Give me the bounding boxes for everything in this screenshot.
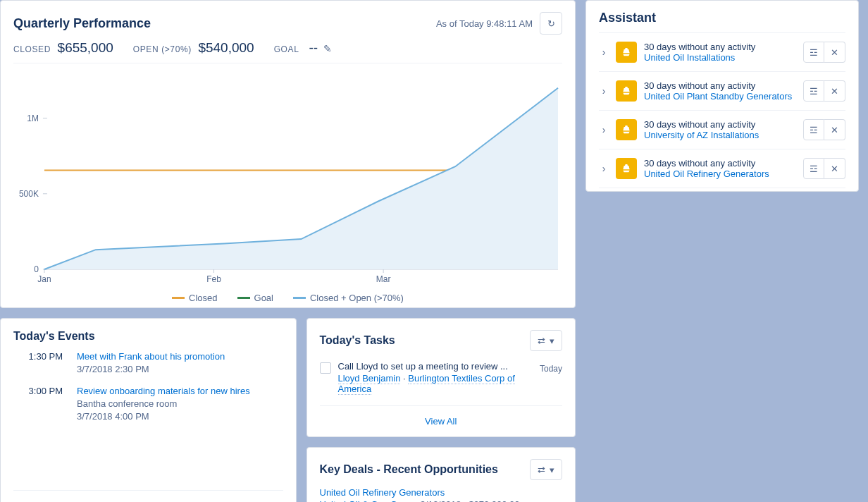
deal-name-link[interactable]: United Oil Refinery Generators — [320, 487, 563, 498]
close-icon: ✕ — [831, 125, 838, 135]
assistant-record-link[interactable]: United Oil Installations — [644, 52, 796, 63]
svg-text:Jan: Jan — [37, 274, 51, 284]
assistant-message: 30 days without any activity — [644, 158, 796, 169]
opportunity-icon — [616, 42, 637, 63]
closed-label: CLOSED — [13, 44, 51, 54]
assistant-card: Assistant › 30 days without any activity… — [585, 0, 859, 192]
filter-icon: ⇄ — [538, 336, 545, 346]
task-title[interactable]: Call Lloyd to set up a meeting to review… — [338, 361, 533, 372]
refresh-icon: ↻ — [547, 18, 555, 29]
assistant-dismiss-button[interactable]: ✕ — [824, 119, 845, 140]
tasks-title: Today's Tasks — [320, 334, 395, 347]
close-icon: ✕ — [831, 47, 838, 58]
assistant-item: › 30 days without any activity United Oi… — [599, 149, 845, 188]
svg-text:Feb: Feb — [206, 274, 221, 284]
todays-events-card: Today's Events 1:30 PM Meet with Frank a… — [0, 318, 297, 502]
event-time: 3:00 PM — [13, 386, 63, 422]
assistant-item: › 30 days without any activity United Oi… — [599, 33, 845, 72]
assistant-record-link[interactable]: United Oil Plant Standby Generators — [644, 91, 796, 102]
goal-label: GOAL — [274, 44, 299, 54]
key-deals-card: Key Deals - Recent Opportunities ⇄ ▾ Uni… — [306, 447, 576, 502]
event-sub: 3/7/2018 2:30 PM — [77, 364, 225, 374]
task-due: Today — [540, 364, 562, 374]
assistant-settings-button[interactable]: ☲ — [803, 80, 824, 102]
deals-menu-button[interactable]: ⇄ ▾ — [530, 459, 562, 480]
list-icon: ☲ — [810, 125, 818, 135]
open-value: $540,000 — [198, 40, 254, 55]
expand-icon[interactable]: › — [599, 163, 609, 174]
assistant-message: 30 days without any activity — [644, 119, 796, 130]
svg-text:0: 0 — [34, 264, 39, 274]
close-icon: ✕ — [831, 86, 838, 97]
tasks-menu-button[interactable]: ⇄ ▾ — [530, 330, 562, 351]
assistant-item: › 30 days without any activity Universit… — [599, 111, 845, 149]
assistant-settings-button[interactable]: ☲ — [803, 158, 824, 179]
opportunity-icon — [616, 158, 637, 179]
assistant-item: › 30 days without any activity United Oi… — [599, 72, 845, 111]
expand-icon[interactable]: › — [599, 124, 609, 135]
assistant-dismiss-button[interactable]: ✕ — [824, 80, 845, 102]
event-row: 3:00 PM Review onboarding materials for … — [13, 386, 283, 422]
quarterly-performance-card: Quarterly Performance As of Today 9:48:1… — [0, 0, 576, 308]
assistant-record-link[interactable]: University of AZ Installations — [644, 130, 796, 140]
legend-closed-open-label: Closed + Open (>70%) — [310, 293, 404, 303]
edit-goal-icon[interactable]: ✎ — [323, 43, 332, 54]
events-title: Today's Events — [13, 330, 283, 343]
open-label: OPEN (>70%) — [133, 44, 192, 54]
closed-value: $655,000 — [58, 40, 113, 55]
chevron-down-icon: ▾ — [550, 465, 554, 475]
event-time: 1:30 PM — [13, 351, 63, 374]
svg-text:Mar: Mar — [376, 274, 391, 284]
assistant-title: Assistant — [599, 11, 845, 33]
deals-title: Key Deals - Recent Opportunities — [320, 463, 498, 476]
legend-closed-label: Closed — [189, 293, 217, 303]
goal-value: -- — [309, 40, 318, 56]
deal-amount: $270,000.00 — [469, 499, 519, 502]
event-link[interactable]: Review onboarding materials for new hire… — [77, 386, 250, 396]
refresh-button[interactable]: ↻ — [540, 12, 562, 35]
assistant-message: 30 days without any activity — [644, 42, 796, 52]
legend-closed: Closed — [172, 293, 217, 303]
opportunity-icon — [616, 80, 637, 102]
deal-row: United Oil Refinery Generators United Oi… — [320, 487, 563, 502]
event-row: 1:30 PM Meet with Frank about his promot… — [13, 351, 283, 374]
list-icon: ☲ — [810, 164, 818, 174]
deal-account-link[interactable]: United Oil & Gas Corp. — [320, 499, 413, 502]
svg-text:1M: 1M — [27, 114, 39, 123]
legend-closed-open: Closed + Open (>70%) — [293, 293, 404, 303]
event-sub: Bantha conference room — [77, 398, 250, 409]
opportunity-icon — [616, 119, 637, 140]
svg-text:500K: 500K — [19, 189, 39, 199]
view-all-tasks-link[interactable]: View All — [425, 416, 457, 427]
assistant-dismiss-button[interactable]: ✕ — [824, 42, 845, 63]
qp-chart: 0500K1MJanFebMar Closed Goal Closed + Op… — [13, 68, 562, 300]
assistant-settings-button[interactable]: ☲ — [803, 119, 824, 140]
event-link[interactable]: Meet with Frank about his promotion — [77, 351, 225, 362]
assistant-record-link[interactable]: United Oil Refinery Generators — [644, 169, 796, 179]
task-checkbox[interactable] — [320, 362, 331, 374]
legend-goal-label: Goal — [254, 293, 273, 303]
legend-goal: Goal — [237, 293, 273, 303]
list-icon: ☲ — [810, 47, 818, 58]
expand-icon[interactable]: › — [599, 47, 609, 58]
todays-tasks-card: Today's Tasks ⇄ ▾ Call Lloyd to set up a… — [306, 318, 576, 437]
task-row: Call Lloyd to set up a meeting to review… — [320, 358, 563, 398]
chevron-down-icon: ▾ — [550, 336, 554, 346]
list-icon: ☲ — [810, 86, 818, 97]
deal-date: 3/12/2018 — [421, 499, 461, 502]
assistant-message: 30 days without any activity — [644, 80, 796, 91]
expand-icon[interactable]: › — [599, 85, 609, 97]
qp-asof-text: As of Today 9:48:11 AM — [436, 18, 533, 29]
task-contact-link[interactable]: Lloyd Benjamin — [338, 373, 401, 384]
close-icon: ✕ — [831, 164, 838, 174]
assistant-dismiss-button[interactable]: ✕ — [824, 158, 845, 179]
qp-title: Quarterly Performance — [13, 16, 151, 31]
filter-icon: ⇄ — [538, 465, 545, 475]
assistant-settings-button[interactable]: ☲ — [803, 42, 824, 63]
event-sub: 3/7/2018 4:00 PM — [77, 411, 250, 422]
